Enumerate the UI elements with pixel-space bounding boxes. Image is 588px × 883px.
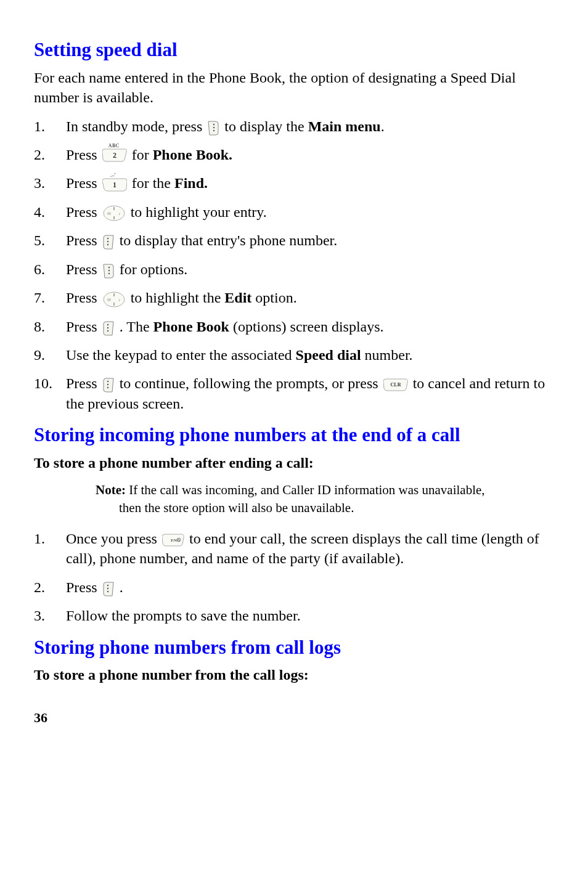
intro-text: For each name entered in the Phone Book,… (34, 68, 557, 108)
soft-key-left-icon (207, 120, 219, 136)
note-text: then the store option will also be unava… (119, 499, 557, 516)
soft-key-right-icon (102, 320, 115, 336)
list-item: 7. Press to highlight the Edit option. (34, 288, 557, 307)
list-item: 5. Press to display that entry's phone n… (34, 230, 557, 250)
navigation-key-icon (102, 205, 126, 222)
step-text: for options. (120, 261, 188, 277)
step-number: 2. (34, 145, 66, 165)
step-number: 3. (34, 606, 66, 625)
list-item: 3. Press .–' for the Find. (34, 173, 557, 193)
section-heading: Setting speed dial (34, 37, 557, 63)
step-bold: Find. (174, 175, 208, 191)
step-text: . (120, 579, 123, 595)
end-key-icon (162, 533, 184, 548)
step-text: Press (66, 175, 101, 191)
step-number: 3. (34, 173, 66, 193)
note-label: Note: (96, 482, 126, 497)
step-bold: Phone Book (153, 319, 229, 335)
step-text: Press (66, 204, 97, 220)
list-item: 10. Press to continue, following the pro… (34, 373, 557, 413)
soft-key-left-icon (102, 263, 115, 279)
step-number: 2. (34, 577, 66, 597)
step-text: Press (66, 290, 97, 306)
step-text: option. (251, 290, 296, 306)
step-bold: Edit (224, 290, 251, 306)
section-heading: Storing incoming phone numbers at the en… (34, 422, 557, 448)
step-text: to continue, following the prompts, or p… (120, 375, 382, 391)
step-text: to display that entry's phone number. (120, 232, 338, 248)
step-number: 1. (34, 116, 66, 136)
step-text: for (132, 147, 153, 163)
step-text: Follow the prompts to save the number. (66, 608, 301, 624)
step-text: Press (66, 579, 101, 595)
list-item: 3. Follow the prompts to save the number… (34, 606, 557, 625)
step-text: to highlight the (131, 290, 225, 306)
step-text: Press (66, 147, 97, 163)
note-text: If the call was incoming, and Caller ID … (126, 482, 485, 497)
step-text: In standby mode, press (66, 118, 206, 134)
step-text: . The (120, 319, 153, 335)
soft-key-right-icon (102, 234, 115, 250)
clr-key-icon (383, 378, 408, 393)
step-bold: Main menu (308, 118, 381, 134)
step-number: 6. (34, 259, 66, 279)
step-text: Press (66, 261, 101, 277)
step-number: 5. (34, 230, 66, 250)
steps-list-2: 1. Once you press to end your call, the … (34, 529, 557, 626)
sub-heading: To store a phone number after ending a c… (34, 453, 557, 473)
step-text: Press (66, 375, 101, 391)
section-heading: Storing phone numbers from call logs (34, 635, 557, 661)
list-item: 9. Use the keypad to enter the associate… (34, 345, 557, 365)
page-number: 36 (34, 709, 557, 727)
sub-heading: To store a phone number from the call lo… (34, 665, 557, 685)
step-bold: Phone Book. (153, 147, 232, 163)
navigation-key-icon (102, 291, 126, 308)
step-text: to highlight your entry. (131, 204, 267, 220)
list-item: 6. Press for options. (34, 259, 557, 279)
step-text: number. (361, 347, 413, 363)
soft-key-right-icon (102, 377, 115, 393)
step-number: 10. (34, 373, 66, 393)
soft-key-right-icon (102, 581, 115, 596)
step-text: (options) screen displays. (229, 319, 384, 335)
steps-list-1: 1. In standby mode, press to display the… (34, 116, 557, 413)
step-number: 4. (34, 202, 66, 222)
step-text: . (381, 118, 385, 134)
step-text: Use the keypad to enter the associated (66, 347, 296, 363)
list-item: 1. In standby mode, press to display the… (34, 116, 557, 136)
step-text: Press (66, 232, 101, 248)
list-item: 8. Press . The Phone Book (options) scre… (34, 317, 557, 336)
step-number: 9. (34, 345, 66, 365)
step-text: to display the (224, 118, 308, 134)
keypad-2-icon: ABC (102, 149, 127, 165)
step-text: for the (132, 175, 174, 191)
step-text: Once you press (66, 531, 161, 547)
step-bold: Speed dial (296, 347, 361, 363)
step-text: Press (66, 319, 101, 335)
list-item: 2. Press ABC for Phone Book. (34, 145, 557, 165)
note-block: Note: If the call was incoming, and Call… (96, 481, 557, 516)
step-number: 8. (34, 317, 66, 336)
list-item: 2. Press . (34, 577, 557, 597)
list-item: 4. Press to highlight your entry. (34, 202, 557, 222)
keypad-1-icon: .–' (102, 177, 127, 193)
step-number: 1. (34, 529, 66, 548)
step-number: 7. (34, 288, 66, 307)
list-item: 1. Once you press to end your call, the … (34, 529, 557, 569)
